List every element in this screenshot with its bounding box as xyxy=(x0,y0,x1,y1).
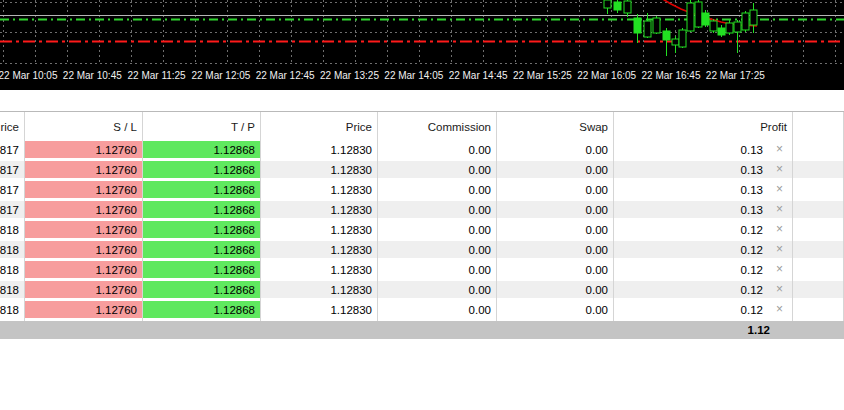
time-label: 22 Mar 10:45 xyxy=(63,70,122,81)
header-commission[interactable]: Commission xyxy=(378,112,497,141)
table-row[interactable]: 28181.127601.128681.128300.000.000.12× xyxy=(0,221,844,241)
cell-swap-value: 0.00 xyxy=(497,201,613,218)
cell-profit-value: 0.13× xyxy=(614,141,792,158)
header-profit[interactable]: Profit xyxy=(614,112,793,141)
cell-profit: 0.12× xyxy=(614,221,793,241)
close-order-icon[interactable]: × xyxy=(774,301,785,318)
profit-value: 0.13 xyxy=(741,184,763,196)
cell-price-value: 1.12830 xyxy=(261,201,377,218)
cell-tp-value: 1.12868 xyxy=(143,241,260,258)
cell-open: 2817 xyxy=(0,181,25,201)
candle xyxy=(695,2,702,27)
cell-sl: 1.12760 xyxy=(25,241,143,261)
cell-profit-value: 0.12× xyxy=(614,241,792,258)
cell-price: 1.12830 xyxy=(261,261,378,281)
profit-value: 0.12 xyxy=(741,304,763,316)
cell-open: 2818 xyxy=(0,241,25,261)
cell-profit: 0.12× xyxy=(614,301,793,321)
cell-profit: 0.13× xyxy=(614,181,793,201)
candle xyxy=(710,21,717,31)
cell-tp: 1.12868 xyxy=(143,161,261,181)
time-label: 22 Mar 10:05 xyxy=(0,70,58,81)
cell-swap: 0.00 xyxy=(497,301,614,321)
cell-price: 1.12830 xyxy=(261,161,378,181)
cell-profit-value: 0.12× xyxy=(614,281,792,298)
candle xyxy=(734,22,741,32)
cell-tp: 1.12868 xyxy=(143,301,261,321)
cell-tp: 1.12868 xyxy=(143,181,261,201)
cell-tp: 1.12868 xyxy=(143,201,261,221)
candle xyxy=(718,28,725,35)
table-row[interactable]: 28171.127601.128681.128300.000.000.13× xyxy=(0,161,844,181)
cell-blank-value xyxy=(793,301,843,318)
close-order-icon[interactable]: × xyxy=(774,141,785,158)
close-order-icon[interactable]: × xyxy=(774,161,785,178)
cell-commission-value: 0.00 xyxy=(378,261,496,278)
summary-row: 1.12 xyxy=(0,321,844,339)
candle xyxy=(604,0,611,8)
profit-value: 0.12 xyxy=(741,224,763,236)
table-header: riceS / LT / PPriceCommissionSwapProfit xyxy=(0,112,844,141)
cell-blank xyxy=(793,201,844,221)
cell-commission: 0.00 xyxy=(378,221,497,241)
candlestick-chart-svg[interactable]: 22 Mar 10:0522 Mar 10:4522 Mar 11:2522 M… xyxy=(0,0,844,90)
header-tp[interactable]: T / P xyxy=(143,112,261,141)
cell-commission: 0.00 xyxy=(378,161,497,181)
cell-profit-value: 0.13× xyxy=(614,161,792,178)
cell-sl: 1.12760 xyxy=(25,201,143,221)
cell-sl: 1.12760 xyxy=(25,161,143,181)
close-order-icon[interactable]: × xyxy=(774,281,785,298)
cell-blank-value xyxy=(793,161,843,178)
cell-commission: 0.00 xyxy=(378,201,497,221)
table-body: 28171.127601.128681.128300.000.000.13×28… xyxy=(0,141,844,321)
header-price[interactable]: Price xyxy=(261,112,378,141)
cell-profit-value: 0.13× xyxy=(614,181,792,198)
header-blank[interactable] xyxy=(793,112,844,141)
cell-swap-value: 0.00 xyxy=(497,181,613,198)
candle xyxy=(653,18,660,33)
header-sl[interactable]: S / L xyxy=(25,112,143,141)
close-order-icon[interactable]: × xyxy=(774,241,785,258)
cell-tp-value: 1.12868 xyxy=(143,261,260,278)
table-row[interactable]: 28181.127601.128681.128300.000.000.12× xyxy=(0,241,844,261)
candle xyxy=(663,31,670,40)
cell-price: 1.12830 xyxy=(261,281,378,301)
time-label: 22 Mar 14:05 xyxy=(384,70,443,81)
cell-commission-value: 0.00 xyxy=(378,241,496,258)
close-order-icon[interactable]: × xyxy=(774,261,785,278)
profit-value: 0.13 xyxy=(741,144,763,156)
table-row[interactable]: 28181.127601.128681.128300.000.000.12× xyxy=(0,261,844,281)
cell-price: 1.12830 xyxy=(261,181,378,201)
cell-profit: 0.13× xyxy=(614,161,793,181)
candle xyxy=(742,13,749,30)
close-order-icon[interactable]: × xyxy=(774,221,785,238)
cell-commission-value: 0.00 xyxy=(378,281,496,298)
cell-sl: 1.12760 xyxy=(25,141,143,161)
cell-price: 1.12830 xyxy=(261,141,378,161)
cell-swap-value: 0.00 xyxy=(497,221,613,238)
cell-blank-value xyxy=(793,221,843,238)
price-chart[interactable]: 22 Mar 10:0522 Mar 10:4522 Mar 11:2522 M… xyxy=(0,0,844,90)
cell-price-value: 1.12830 xyxy=(261,221,377,238)
cell-price: 1.12830 xyxy=(261,241,378,261)
cell-commission: 0.00 xyxy=(378,241,497,261)
candle xyxy=(624,1,631,13)
table-row[interactable]: 28171.127601.128681.128300.000.000.13× xyxy=(0,181,844,201)
cell-profit: 0.12× xyxy=(614,281,793,301)
table-row[interactable]: 28181.127601.128681.128300.000.000.12× xyxy=(0,301,844,321)
cell-blank-value xyxy=(793,241,843,258)
cell-blank-value xyxy=(793,281,843,298)
table-row[interactable]: 28171.127601.128681.128300.000.000.13× xyxy=(0,141,844,161)
close-order-icon[interactable]: × xyxy=(774,201,785,218)
table-row[interactable]: 28181.127601.128681.128300.000.000.12× xyxy=(0,281,844,301)
table-row[interactable]: 28171.127601.128681.128300.000.000.13× xyxy=(0,201,844,221)
profit-value: 0.13 xyxy=(741,164,763,176)
header-open[interactable]: rice xyxy=(0,112,25,141)
cell-blank xyxy=(793,181,844,201)
close-order-icon[interactable]: × xyxy=(774,181,785,198)
time-label: 22 Mar 15:25 xyxy=(513,70,572,81)
header-swap[interactable]: Swap xyxy=(497,112,614,141)
cell-open: 2818 xyxy=(0,301,25,321)
cell-swap: 0.00 xyxy=(497,181,614,201)
cell-blank-value xyxy=(793,201,843,218)
